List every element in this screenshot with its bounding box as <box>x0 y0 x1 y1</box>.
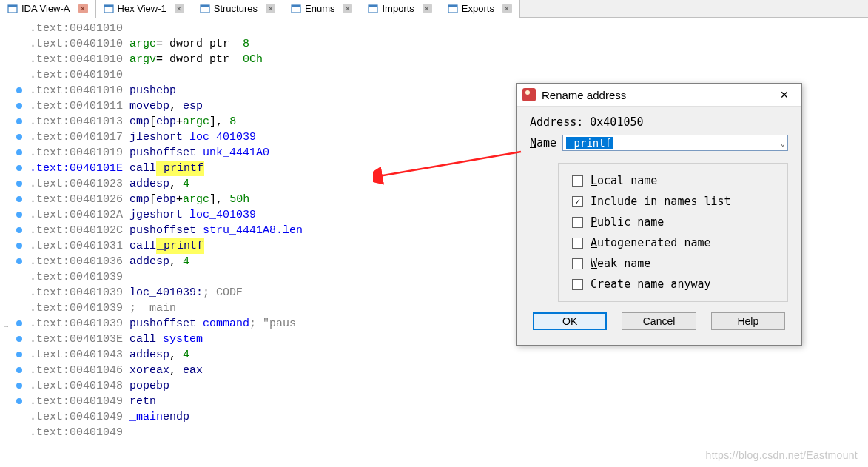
tab-label: Imports <box>382 3 414 14</box>
breakpoint-dot[interactable] <box>16 181 22 187</box>
checkbox-public-name[interactable]: Public name <box>572 215 774 229</box>
options-group: Local name✓Include in names listPublic n… <box>558 163 788 302</box>
disasm-line[interactable]: .text:00401049 <box>0 425 868 440</box>
checkbox-label: Create name anyway <box>591 278 711 291</box>
breakpoint-dot[interactable] <box>16 243 22 249</box>
watermark: https://blog.csdn.net/Eastmount <box>706 449 858 461</box>
disasm-line[interactable]: .text:00401049 _main endp <box>0 409 868 425</box>
close-icon[interactable]: ✕ <box>343 4 352 13</box>
rename-address-dialog: Rename address ✕ Address: 0x401050 Name … <box>516 83 802 346</box>
name-value: _printf <box>566 137 613 149</box>
tab-enums[interactable]: Enums✕ <box>283 0 360 18</box>
close-icon[interactable]: ✕ <box>423 4 432 13</box>
breakpoint-dot[interactable] <box>16 352 22 357</box>
disasm-line[interactable]: .text:00401010 argc = dword ptr 8 <box>0 36 868 52</box>
disasm-line[interactable]: .text:00401046 xor eax, eax <box>0 363 868 378</box>
checkbox-label: Public name <box>591 215 664 229</box>
breakpoint-dot[interactable] <box>16 134 22 140</box>
tab-icon <box>368 4 378 14</box>
address-label: Address: 0x401050 <box>530 115 644 129</box>
close-icon[interactable]: ✕ <box>78 4 88 13</box>
breakpoint-dot[interactable] <box>16 227 22 233</box>
tab-label: IDA View-A <box>21 3 70 14</box>
close-icon[interactable]: ✕ <box>502 4 512 13</box>
dialog-titlebar: Rename address ✕ <box>517 84 801 107</box>
checkbox-autogenerated-name[interactable]: Autogenerated name <box>572 236 774 249</box>
checkbox-label: Autogenerated name <box>591 236 711 249</box>
disasm-line[interactable]: .text:00401043 add esp, 4 <box>0 347 868 363</box>
tab-structures[interactable]: Structures✕ <box>192 0 283 18</box>
checkbox-icon[interactable] <box>572 279 583 290</box>
breakpoint-dot[interactable] <box>16 367 22 373</box>
checkbox-create-name-anyway[interactable]: Create name anyway <box>572 278 774 291</box>
tab-label: Exports <box>462 3 494 14</box>
name-label: Name <box>530 136 556 149</box>
checkbox-local-name[interactable]: Local name <box>572 174 774 187</box>
help-button[interactable]: Help <box>711 312 785 330</box>
disasm-line[interactable]: .text:00401010 <box>0 67 868 83</box>
svg-rect-11 <box>448 5 457 7</box>
breakpoint-dot[interactable] <box>16 320 22 326</box>
disasm-line[interactable]: .text:00401010 <box>0 21 868 36</box>
disasm-line[interactable]: .text:00401049 retn <box>0 394 868 409</box>
close-icon[interactable]: ✕ <box>266 4 275 13</box>
checkbox-label: Local name <box>591 174 657 187</box>
chevron-down-icon[interactable]: ⌄ <box>780 138 785 148</box>
disasm-line[interactable]: .text:00401010 argv = dword ptr 0Ch <box>0 52 868 67</box>
svg-rect-3 <box>104 5 113 7</box>
breakpoint-dot[interactable] <box>16 149 22 155</box>
checkbox-include-in-names-list[interactable]: ✓Include in names list <box>572 195 774 208</box>
breakpoint-dot[interactable] <box>16 118 22 124</box>
ok-button[interactable]: OK <box>533 312 607 330</box>
breakpoint-dot[interactable] <box>16 165 22 171</box>
svg-rect-5 <box>201 5 209 7</box>
tab-icon <box>448 4 458 14</box>
tab-icon <box>7 4 18 14</box>
tab-icon <box>291 4 301 14</box>
app-icon <box>522 88 536 101</box>
tab-ida-view-a[interactable]: IDA View-A✕ <box>0 0 96 18</box>
tab-exports[interactable]: Exports✕ <box>440 0 520 18</box>
cancel-button[interactable]: Cancel <box>622 312 696 330</box>
checkbox-icon[interactable] <box>572 175 583 187</box>
breakpoint-dot[interactable] <box>16 258 22 264</box>
svg-rect-9 <box>369 5 377 7</box>
tab-label: Hex View-1 <box>118 3 166 14</box>
disasm-line[interactable]: .text:00401048 pop ebp <box>0 378 868 394</box>
checkbox-icon[interactable] <box>572 258 583 269</box>
checkbox-icon[interactable] <box>572 238 583 249</box>
checkbox-label: Weak name <box>591 257 650 270</box>
close-icon[interactable]: ✕ <box>773 89 795 101</box>
tab-bar: IDA View-A✕Hex View-1✕Structures✕Enums✕I… <box>0 0 868 18</box>
tab-imports[interactable]: Imports✕ <box>360 0 440 18</box>
tab-label: Structures <box>214 3 258 14</box>
breakpoint-dot[interactable] <box>16 87 22 93</box>
breakpoint-dot[interactable] <box>16 383 22 389</box>
breakpoint-dot[interactable] <box>16 398 22 404</box>
svg-rect-7 <box>292 5 300 7</box>
breakpoint-dot[interactable] <box>16 336 22 342</box>
name-input[interactable]: _printf ⌄ <box>562 135 788 151</box>
checkbox-weak-name[interactable]: Weak name <box>572 257 774 270</box>
checkbox-label: Include in names list <box>591 195 731 208</box>
tab-hex-view-1[interactable]: Hex View-1✕ <box>96 0 192 18</box>
dialog-title: Rename address <box>542 89 773 101</box>
svg-rect-1 <box>8 5 17 7</box>
checkbox-icon[interactable] <box>572 217 583 228</box>
breakpoint-dot[interactable] <box>16 196 22 202</box>
breakpoint-dot[interactable] <box>16 212 22 218</box>
tab-label: Enums <box>305 3 334 14</box>
breakpoint-dot[interactable] <box>16 103 22 109</box>
tab-icon <box>104 4 114 14</box>
tab-icon <box>200 4 210 14</box>
close-icon[interactable]: ✕ <box>175 4 184 13</box>
checkbox-icon[interactable]: ✓ <box>572 196 583 207</box>
